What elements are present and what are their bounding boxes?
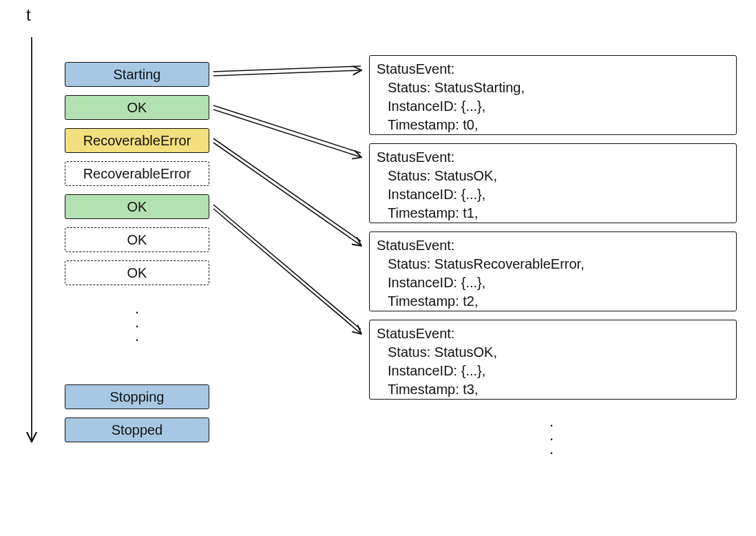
event-status: Status: StatusOK, xyxy=(377,343,729,362)
status-box-ok-3: OK xyxy=(65,227,209,252)
events-ellipsis: ... xyxy=(549,415,554,455)
status-box-recoverable-1: RecoverableError xyxy=(65,128,209,153)
event-instance: InstanceID: {...}, xyxy=(377,185,729,204)
event-box-0: StatusEvent: Status: StatusStarting, Ins… xyxy=(369,55,737,135)
event-status: Status: StatusRecoverableError, xyxy=(377,255,729,274)
svg-line-5 xyxy=(213,138,361,241)
event-status: Status: StatusOK, xyxy=(377,167,729,185)
svg-line-4 xyxy=(213,110,361,157)
svg-line-3 xyxy=(213,105,361,153)
status-box-starting: Starting xyxy=(65,62,209,87)
event-instance: InstanceID: {...}, xyxy=(377,362,729,380)
event-ts: Timestamp: t0, xyxy=(377,116,729,134)
event-box-2: StatusEvent: Status: StatusRecoverableEr… xyxy=(369,231,737,311)
event-box-1: StatusEvent: Status: StatusOK, InstanceI… xyxy=(369,143,737,223)
arrow-ok2-to-event3 xyxy=(213,205,361,333)
svg-line-7 xyxy=(213,205,361,329)
svg-line-2 xyxy=(213,70,361,76)
status-box-stopped: Stopped xyxy=(65,418,209,442)
event-status: Status: StatusStarting, xyxy=(377,79,729,97)
event-title: StatusEvent: xyxy=(377,236,729,255)
event-ts: Timestamp: t2, xyxy=(377,292,729,311)
event-box-3: StatusEvent: Status: StatusOK, InstanceI… xyxy=(369,320,737,400)
status-box-ok-4: OK xyxy=(65,260,209,285)
event-title: StatusEvent: xyxy=(377,60,729,79)
event-instance: InstanceID: {...}, xyxy=(377,274,729,292)
svg-line-1 xyxy=(213,66,361,72)
svg-line-6 xyxy=(213,143,361,245)
svg-line-8 xyxy=(213,209,361,333)
event-ts: Timestamp: t3, xyxy=(377,380,729,399)
status-box-stopping: Stopping xyxy=(65,384,209,409)
event-ts: Timestamp: t1, xyxy=(377,204,729,223)
status-box-ok-2: OK xyxy=(65,194,209,219)
status-ellipsis: ... xyxy=(135,302,139,342)
arrow-starting-to-event0 xyxy=(213,66,361,76)
time-axis-label: t xyxy=(26,6,31,25)
event-title: StatusEvent: xyxy=(377,324,729,343)
event-title: StatusEvent: xyxy=(377,148,729,167)
arrow-recov-to-event2 xyxy=(213,138,361,245)
status-box-recoverable-2: RecoverableError xyxy=(65,161,209,186)
arrow-ok1-to-event1 xyxy=(213,105,361,157)
status-box-ok-1: OK xyxy=(65,95,209,120)
event-instance: InstanceID: {...}, xyxy=(377,97,729,116)
